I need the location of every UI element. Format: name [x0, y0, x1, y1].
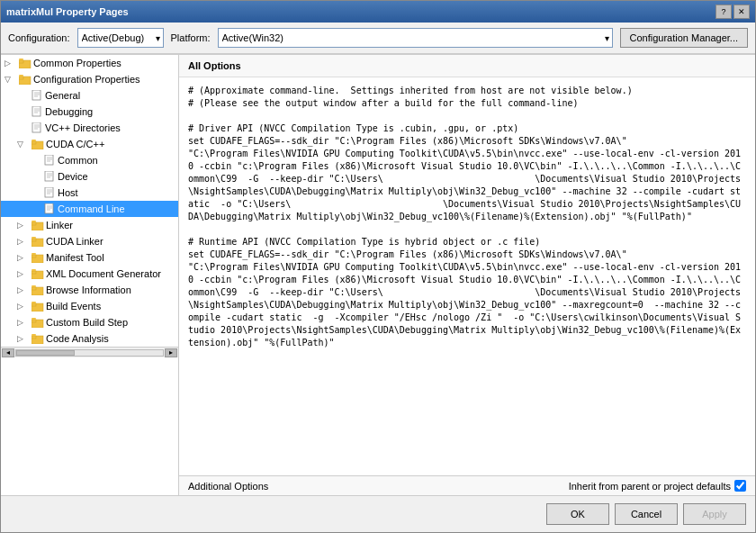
sidebar-item-code-analysis[interactable]: ▷Code Analysis	[1, 330, 178, 347]
content-area: All Options # (Approximate command-line.…	[179, 55, 755, 495]
svg-rect-25	[45, 171, 53, 181]
platform-select-wrapper[interactable]: Active(Win32)	[218, 28, 613, 48]
sidebar-item-xml-doc-gen[interactable]: ▷XML Document Generator	[1, 266, 178, 282]
options-text: # (Approximate command-line. Settings in…	[188, 85, 746, 349]
svg-rect-41	[32, 239, 36, 241]
svg-rect-59	[32, 336, 36, 339]
svg-rect-5	[19, 75, 23, 77]
sidebar-item-debugging[interactable]: Debugging	[1, 104, 178, 120]
svg-rect-29	[45, 187, 53, 197]
tree-toggle-linker: ▷	[17, 221, 30, 230]
config-select-wrapper[interactable]: Active(Debug)	[77, 28, 164, 48]
svg-rect-33	[45, 203, 53, 213]
folder-icon-xml-doc-gen	[32, 268, 44, 279]
sidebar-label-debugging: Debugging	[45, 106, 93, 117]
sidebar-label-build-events: Build Events	[46, 301, 101, 312]
platform-select[interactable]: Active(Win32)	[218, 28, 613, 48]
sidebar-item-custom-build-step[interactable]: ▷Custom Build Step	[1, 314, 178, 330]
sidebar-item-cuda-cpp[interactable]: ▽CUDA C/C++	[1, 136, 178, 152]
sidebar-item-cuda-linker[interactable]: ▷CUDA Linker	[1, 233, 178, 249]
sidebar-label-code-analysis: Code Analysis	[46, 333, 109, 344]
svg-rect-56	[32, 320, 36, 322]
sidebar-label-browse-info: Browse Information	[46, 285, 131, 295]
tree-toggle-cuda-cpp: ▽	[17, 140, 30, 149]
svg-rect-53	[32, 303, 36, 306]
tree-toggle-code-analysis: ▷	[17, 334, 30, 343]
sidebar-label-common: Common	[58, 155, 98, 166]
svg-rect-20	[32, 140, 36, 141]
sidebar-label-host: Host	[58, 187, 78, 198]
config-row: Configuration: Active(Debug) Platform: A…	[1, 23, 755, 54]
cancel-button[interactable]: Cancel	[615, 503, 678, 525]
svg-rect-19	[32, 141, 36, 144]
title-bar-buttons: ? ✕	[716, 5, 750, 19]
close-button[interactable]: ✕	[734, 5, 750, 19]
tree-toggle-custom-build-step: ▷	[17, 318, 30, 327]
sidebar-label-general: General	[45, 90, 80, 101]
tree-toggle-manifest-tool: ▷	[17, 253, 30, 262]
inherit-label: Inherit from parent or project defaults	[569, 481, 731, 492]
sidebar-item-vc-directories[interactable]: VC++ Directories	[1, 120, 178, 136]
tree-toggle-build-events: ▷	[17, 302, 30, 311]
folder-icon-common-properties	[19, 58, 32, 68]
folder-icon-cuda-cpp	[32, 139, 44, 149]
svg-rect-14	[32, 122, 40, 132]
page-icon-command-line	[44, 203, 55, 214]
svg-rect-57	[32, 318, 36, 320]
svg-rect-38	[32, 222, 36, 225]
svg-rect-4	[19, 77, 23, 79]
sidebar: ▷Common Properties▽Configuration Propert…	[1, 55, 179, 495]
folder-icon-build-events	[32, 301, 44, 312]
svg-rect-39	[32, 221, 36, 222]
sidebar-item-device[interactable]: Device	[1, 168, 178, 185]
additional-options-label: Additional Options	[188, 481, 268, 492]
sidebar-item-common-properties[interactable]: ▷Common Properties	[1, 55, 178, 71]
svg-rect-6	[32, 90, 40, 100]
inherit-checkbox[interactable]	[734, 480, 746, 492]
sidebar-label-command-line: Command Line	[58, 203, 125, 214]
additional-options-row: Additional Options Inherit from parent o…	[179, 475, 755, 495]
svg-rect-2	[19, 59, 23, 60]
sidebar-label-vc-directories: VC++ Directories	[45, 122, 121, 133]
title-bar: matrixMul Property Pages ? ✕	[1, 1, 755, 23]
main-area: ▷Common Properties▽Configuration Propert…	[1, 54, 755, 495]
sidebar-item-host[interactable]: Host	[1, 185, 178, 201]
sidebar-item-common[interactable]: Common	[1, 152, 178, 168]
config-select[interactable]: Active(Debug)	[77, 28, 164, 48]
page-icon-debugging	[32, 106, 42, 117]
folder-icon-cuda-linker	[32, 236, 44, 247]
dialog-title: matrixMul Property Pages	[6, 6, 129, 17]
sidebar-item-browse-info[interactable]: ▷Browse Information	[1, 282, 178, 298]
sidebar-item-configuration-properties[interactable]: ▽Configuration Properties	[1, 71, 178, 87]
config-manager-button[interactable]: Configuration Manager...	[620, 28, 748, 48]
sidebar-item-command-line[interactable]: Command Line	[1, 201, 178, 217]
content-header: All Options	[179, 55, 755, 77]
sidebar-label-device: Device	[58, 171, 88, 182]
page-icon-device	[44, 171, 55, 182]
sidebar-item-build-events[interactable]: ▷Build Events	[1, 298, 178, 314]
platform-label: Platform:	[171, 32, 211, 43]
svg-rect-42	[32, 237, 36, 239]
svg-rect-60	[32, 334, 36, 336]
sidebar-item-manifest-tool[interactable]: ▷Manifest Tool	[1, 249, 178, 266]
svg-rect-50	[32, 287, 36, 290]
config-label: Configuration:	[8, 32, 70, 43]
sidebar-label-linker: Linker	[46, 220, 73, 230]
page-icon-common	[44, 155, 55, 166]
options-box[interactable]: # (Approximate command-line. Settings in…	[179, 77, 755, 475]
folder-icon-manifest-tool	[32, 252, 44, 263]
folder-icon-custom-build-step	[32, 317, 44, 328]
sidebar-item-general[interactable]: General	[1, 87, 178, 104]
page-icon-host	[44, 187, 55, 198]
folder-icon-code-analysis	[32, 333, 44, 344]
sidebar-label-cuda-cpp: CUDA C/C++	[46, 139, 104, 149]
ok-button[interactable]: OK	[546, 503, 609, 525]
sidebar-scrollbar[interactable]: ◂ ▸	[1, 347, 178, 357]
sidebar-item-linker[interactable]: ▷Linker	[1, 217, 178, 233]
tree-toggle-xml-doc-gen: ▷	[17, 269, 30, 278]
sidebar-label-cuda-linker: CUDA Linker	[46, 236, 104, 247]
page-icon-vc-directories	[32, 122, 42, 133]
apply-button[interactable]: Apply	[683, 503, 746, 525]
svg-rect-21	[45, 155, 53, 165]
help-button[interactable]: ?	[716, 5, 732, 19]
